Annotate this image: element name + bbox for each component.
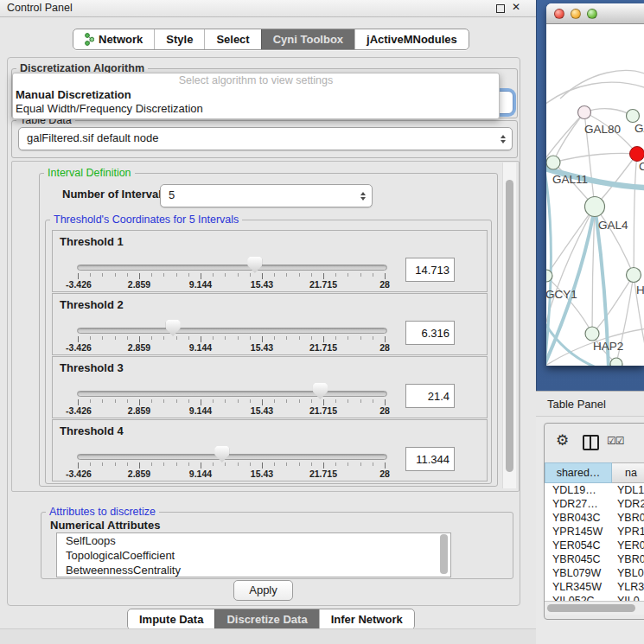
table-panel-titlebar: Table Panel bbox=[536, 391, 644, 417]
scrollbar-thumb[interactable] bbox=[547, 604, 635, 612]
slider-ticks bbox=[78, 399, 386, 405]
numerical-attributes-label: Numerical Attributes bbox=[50, 519, 160, 532]
table-row[interactable]: YER054CYER0 bbox=[545, 539, 644, 552]
table-row[interactable]: YDL19…YDL1 bbox=[545, 483, 644, 497]
vertical-scrollbar[interactable] bbox=[502, 163, 516, 488]
list-scrollbar-thumb[interactable] bbox=[440, 534, 448, 574]
table-row[interactable]: YBR043CYBR0 bbox=[545, 511, 644, 525]
app-screen: Control Panel ✕ Network Style Select Cyn… bbox=[0, 0, 644, 644]
table-row[interactable]: YLR345WYLR3 bbox=[545, 580, 644, 594]
control-panel-titlebar: Control Panel ✕ bbox=[0, 0, 536, 17]
network-canvas[interactable]: GAL80 GA C GAL11 GAL4 GCY1 H HAP2 bbox=[546, 24, 644, 366]
threshold-label: Threshold 3 bbox=[60, 361, 124, 374]
tab-infer-network[interactable]: Infer Network bbox=[319, 609, 414, 629]
slider-ticks bbox=[78, 462, 386, 469]
group-title: Attributes to discretize bbox=[46, 506, 159, 518]
scrollbar-thumb[interactable] bbox=[506, 180, 513, 472]
float-window-icon[interactable] bbox=[496, 4, 505, 13]
slider-scale: -3.4262.8599.14415.4321.71528 bbox=[78, 342, 386, 353]
label-h-partial: H bbox=[636, 284, 644, 296]
slider-track[interactable] bbox=[77, 328, 387, 334]
slider-track[interactable] bbox=[77, 265, 387, 271]
slider-thumb[interactable] bbox=[247, 257, 262, 273]
label-c-partial: C bbox=[639, 160, 644, 173]
dropdown-placeholder: Select algorithm to view settings bbox=[13, 73, 499, 88]
tab-discretize-data[interactable]: Discretize Data bbox=[214, 609, 318, 629]
threshold-label: Threshold 1 bbox=[60, 235, 124, 248]
tab-style[interactable]: Style bbox=[154, 29, 204, 49]
node-hap2[interactable] bbox=[585, 327, 599, 341]
node-top-right[interactable] bbox=[627, 110, 640, 123]
table-row[interactable]: YDR27…YDR2 bbox=[545, 497, 644, 511]
horizontal-scrollbar[interactable] bbox=[545, 601, 644, 615]
dropdown-option-equal-width[interactable]: Equal Width/Frequency Discretization bbox=[13, 102, 499, 116]
bottom-strip bbox=[0, 628, 536, 644]
tab-impute-data[interactable]: Impute Data bbox=[128, 609, 214, 629]
combo-stepper-icon[interactable] bbox=[360, 185, 366, 207]
columns-icon[interactable] bbox=[583, 435, 599, 450]
node-red-selected[interactable] bbox=[630, 147, 644, 162]
tab-cyni-toolbox[interactable]: Cyni Toolbox bbox=[261, 29, 354, 49]
list-item[interactable]: SelfLoops bbox=[57, 533, 450, 548]
threshold-value-field[interactable] bbox=[405, 447, 455, 471]
tab-jactivemnodules[interactable]: jActiveMNodules bbox=[354, 29, 469, 49]
node-labels: GAL80 GA C GAL11 GAL4 GCY1 H HAP2 bbox=[546, 122, 644, 353]
close-traffic-light[interactable] bbox=[554, 9, 564, 19]
top-tab-bar: Network Style Select Cyni Toolbox jActiv… bbox=[73, 29, 469, 50]
num-intervals-combobox[interactable]: 5 bbox=[160, 184, 373, 207]
table-toolbar: ⚙ ☑☑ bbox=[545, 424, 644, 462]
checkboxes-icon[interactable]: ☑☑ bbox=[607, 435, 624, 447]
threshold-label: Threshold 2 bbox=[60, 298, 124, 311]
dropdown-option-manual[interactable]: Manual Discretization bbox=[13, 88, 499, 102]
slider-scale: -3.4262.8599.14415.4321.71528 bbox=[78, 405, 386, 416]
label-ga-partial: GA bbox=[634, 122, 644, 135]
node-bottom-partial[interactable] bbox=[610, 358, 622, 366]
gear-icon[interactable]: ⚙ bbox=[556, 431, 569, 449]
node-gal80[interactable] bbox=[578, 106, 591, 119]
tab-select[interactable]: Select bbox=[204, 29, 260, 49]
slider-scale: -3.4262.8599.14415.4321.71528 bbox=[78, 279, 386, 290]
tab-network[interactable]: Network bbox=[73, 29, 154, 49]
network-window-titlebar[interactable] bbox=[546, 3, 644, 24]
threshold-label: Threshold 4 bbox=[60, 424, 124, 437]
slider-ticks bbox=[78, 336, 386, 342]
threshold-value-field[interactable] bbox=[405, 321, 455, 345]
table-data-value: galFiltered.sif default node bbox=[27, 131, 158, 144]
table-data-combobox[interactable]: galFiltered.sif default node bbox=[18, 127, 513, 150]
node-h[interactable] bbox=[627, 268, 641, 283]
close-icon[interactable]: ✕ bbox=[512, 1, 520, 13]
threshold-value-field[interactable] bbox=[405, 258, 455, 282]
table-header-row: shared… na bbox=[545, 462, 644, 483]
combo-stepper-icon[interactable] bbox=[501, 128, 506, 150]
node-gal4[interactable] bbox=[585, 197, 605, 217]
table-panel-content: ⚙ ☑☑ shared… na YDL19…YDL1 YDR27…YDR2 YB… bbox=[536, 418, 644, 644]
table-row[interactable]: YIL052CYIL0 bbox=[545, 594, 644, 601]
threshold-value-field[interactable] bbox=[405, 384, 455, 408]
label-gal4: GAL4 bbox=[598, 219, 628, 232]
table-row[interactable]: YBR045CYBR0 bbox=[545, 552, 644, 566]
slider-thumb[interactable] bbox=[214, 446, 229, 462]
minimize-traffic-light[interactable] bbox=[571, 9, 581, 19]
table-panel-inner: ⚙ ☑☑ shared… na YDL19…YDL1 YDR27…YDR2 YB… bbox=[544, 423, 644, 620]
slider-track[interactable] bbox=[77, 454, 387, 460]
numerical-attributes-list: SelfLoops TopologicalCoefficient Between… bbox=[56, 532, 451, 577]
apply-button[interactable]: Apply bbox=[233, 580, 293, 601]
slider-track[interactable] bbox=[77, 391, 387, 397]
column-header-shared[interactable]: shared… bbox=[545, 462, 612, 483]
label-hap2: HAP2 bbox=[593, 340, 623, 353]
column-header-name[interactable]: na bbox=[612, 462, 644, 483]
threshold-row-3: Threshold 3 -3.4262.8599.14415.4321.7152… bbox=[52, 356, 488, 418]
threshold-row-1: Threshold 1 -3.4262.8599.14415.4321.7152… bbox=[52, 230, 488, 292]
label-gal11: GAL11 bbox=[552, 173, 588, 186]
label-gal80: GAL80 bbox=[584, 123, 621, 136]
zoom-traffic-light[interactable] bbox=[587, 9, 597, 19]
num-intervals-label: Number of Intervals bbox=[62, 188, 168, 201]
list-item[interactable]: BetweennessCentrality bbox=[57, 563, 450, 577]
table-row[interactable]: YPR145WYPR1 bbox=[545, 525, 644, 539]
network-view-window: GAL80 GA C GAL11 GAL4 GCY1 H HAP2 bbox=[546, 3, 644, 366]
table-row[interactable]: YBL079WYBL0 bbox=[545, 566, 644, 580]
slider-thumb[interactable] bbox=[313, 383, 328, 399]
list-item[interactable]: TopologicalCoefficient bbox=[57, 548, 450, 563]
slider-thumb[interactable] bbox=[166, 320, 181, 336]
node-gal11[interactable] bbox=[546, 156, 560, 169]
